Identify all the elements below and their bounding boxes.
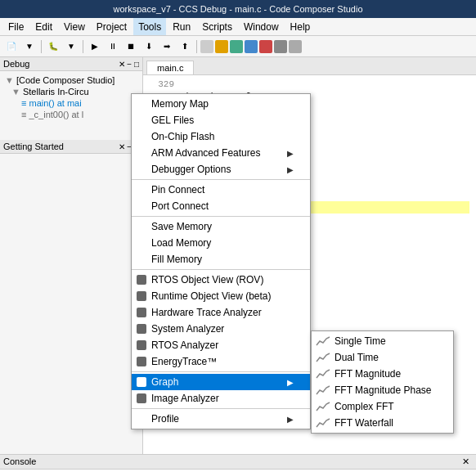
tools-menu-item-debugger-options[interactable]: Debugger Options▶ (132, 161, 310, 178)
menu-icon-image-analyzer (135, 392, 148, 405)
menu-label-system-analyzer: System Analyzer (151, 323, 224, 335)
menu-bar: File Edit View Project Tools Run Scripts… (0, 18, 476, 36)
tree-item-2[interactable]: ≡ main() at mai (2, 97, 141, 109)
toolbar-sep-3 (196, 40, 197, 53)
getting-started-title: Getting Started ✕ − □ (0, 140, 142, 154)
debug-title-icon: ✕ − □ (119, 60, 139, 69)
menu-label-profile: Profile (151, 413, 179, 425)
graph-submenu-item-single-time[interactable]: Single Time (312, 333, 453, 349)
console-title-text: Console (3, 456, 36, 466)
menu-project[interactable]: Project (92, 18, 132, 35)
tools-menu-item-memory-map[interactable]: Memory Map (132, 96, 310, 112)
graph-submenu-item-fft-magnitude-phase[interactable]: FFT Magnitude Phase (312, 382, 453, 398)
tree-item-3[interactable]: ≡ _c_int00() at l (2, 109, 141, 120)
toolbar-extra-3[interactable] (230, 40, 243, 53)
graph-submenu-item-complex-fft[interactable]: Complex FFT (312, 398, 453, 415)
tools-menu-item-save-memory[interactable]: Save Memory (132, 218, 310, 235)
tools-menu-item-fill-memory[interactable]: Fill Memory (132, 251, 310, 267)
svg-rect-3 (137, 324, 146, 334)
menu-separator-19 (132, 371, 310, 372)
menu-help[interactable]: Help (285, 18, 316, 35)
menu-window[interactable]: Window (239, 18, 284, 35)
menu-separator-22 (132, 408, 310, 409)
menu-label-image-analyzer: Image Analyzer (151, 393, 219, 404)
toolbar-extra-1[interactable] (200, 40, 213, 53)
graph-label-fft-waterfall: FFT Waterfall (335, 417, 393, 429)
svg-rect-2 (137, 308, 146, 317)
toolbar-resume[interactable]: ▶ (87, 38, 103, 55)
tools-menu-item-rtos-analyzer[interactable]: RTOS Analyzer (132, 337, 310, 353)
tools-menu-item-hardware-trace[interactable]: Hardware Trace Analyzer (132, 304, 310, 321)
toolbar-debug[interactable]: 🐛 (45, 38, 61, 55)
tools-menu-item-image-analyzer[interactable]: Image Analyzer (132, 390, 310, 407)
menu-label-port-connect: Port Connect (151, 200, 209, 212)
toolbar-new[interactable]: 📄 (3, 38, 20, 55)
tools-menu-item-on-chip-flash[interactable]: On-Chip Flash (132, 128, 310, 145)
menu-file[interactable]: File (3, 18, 29, 35)
toolbar-extra-2[interactable] (215, 40, 228, 53)
tools-menu-item-gel-files[interactable]: GEL Files (132, 112, 310, 128)
graph-icon-single-time (315, 335, 331, 347)
graph-submenu[interactable]: Single Time Dual Time FFT Magnitude FFT … (311, 330, 454, 434)
toolbar-debug-dropdown[interactable]: ▼ (63, 38, 79, 55)
menu-icon-rtos-analyzer (135, 339, 148, 352)
toolbar-step-return[interactable]: ⬆ (177, 38, 193, 55)
graph-submenu-item-fft-waterfall[interactable]: FFT Waterfall (312, 415, 453, 431)
menu-label-rtos-analyzer: RTOS Analyzer (151, 339, 218, 351)
tools-menu-item-system-analyzer[interactable]: System Analyzer (132, 321, 310, 337)
tab-main-c[interactable]: main.c (146, 61, 194, 74)
menu-run[interactable]: Run (168, 18, 195, 35)
submenu-arrow-debugger-options: ▶ (287, 165, 294, 174)
toolbar-sep-1 (41, 40, 42, 53)
menu-view[interactable]: View (59, 18, 90, 35)
toolbar-extra-6[interactable] (274, 40, 287, 53)
debug-panel: Debug ✕ − □ ▼ [Code Composer Studio] ▼ S… (0, 57, 143, 454)
toolbar-suspend[interactable]: ⏸ (105, 38, 121, 55)
graph-submenu-item-dual-time[interactable]: Dual Time (312, 349, 453, 366)
menu-tools[interactable]: Tools (133, 18, 166, 35)
submenu-arrow-graph: ▶ (287, 378, 294, 387)
menu-label-fill-memory: Fill Memory (151, 254, 202, 265)
tools-menu-item-energy-trace[interactable]: EnergyTrace™ (132, 353, 310, 370)
graph-label-complex-fft: Complex FFT (335, 401, 394, 412)
tree-item-0[interactable]: ▼ [Code Composer Studio] (2, 74, 141, 86)
toolbar-extra-5[interactable] (259, 40, 272, 53)
toolbar-terminate[interactable]: ⏹ (123, 38, 139, 55)
menu-icon-system-analyzer (135, 322, 148, 335)
tools-menu-item-rtos-object-view[interactable]: RTOS Object View (ROV) (132, 272, 310, 288)
graph-label-dual-time: Dual Time (335, 352, 379, 363)
tools-menu-item-arm-advanced[interactable]: ARM Advanced Features▶ (132, 145, 310, 161)
menu-separator-5 (132, 179, 310, 180)
menu-scripts[interactable]: Scripts (197, 18, 237, 35)
graph-label-fft-magnitude: FFT Magnitude (335, 368, 401, 380)
toolbar-open[interactable]: ▼ (21, 38, 38, 55)
menu-label-runtime-object-view: Runtime Object View (beta) (151, 290, 272, 302)
console-area: Console ✕ testsinegraph CORTEX_M4_0: GEL… (0, 454, 476, 472)
graph-icon-fft-magnitude-phase (315, 384, 331, 396)
menu-edit[interactable]: Edit (30, 18, 57, 35)
tools-menu-item-port-connect[interactable]: Port Connect (132, 198, 310, 214)
menu-label-memory-map: Memory Map (151, 98, 209, 110)
toolbar-step-over[interactable]: ➡ (159, 38, 175, 55)
svg-rect-7 (137, 393, 146, 403)
toolbar-extra-4[interactable] (245, 40, 258, 53)
toolbar-extra-7[interactable] (289, 40, 302, 53)
tools-menu-item-pin-connect[interactable]: Pin Connect (132, 182, 310, 198)
graph-submenu-item-fft-magnitude[interactable]: FFT Magnitude (312, 366, 453, 382)
svg-rect-5 (137, 357, 146, 366)
code-tab-bar: main.c (143, 57, 476, 75)
menu-separator-8 (132, 216, 310, 217)
debug-title-text: Debug (3, 59, 29, 69)
submenu-arrow-arm-advanced: ▶ (287, 149, 294, 158)
tools-menu-item-graph[interactable]: Graph▶ (132, 374, 310, 390)
tree-item-1[interactable]: ▼ Stellaris In-Circu (2, 86, 141, 97)
console-tab-x[interactable]: ✕ (462, 456, 469, 467)
tools-menu-item-load-memory[interactable]: Load Memory (132, 235, 310, 251)
toolbar-step-into[interactable]: ⬇ (141, 38, 157, 55)
tools-menu[interactable]: Memory MapGEL FilesOn-Chip FlashARM Adva… (131, 93, 311, 429)
svg-rect-1 (137, 291, 146, 301)
tools-menu-item-runtime-object-view[interactable]: Runtime Object View (beta) (132, 288, 310, 304)
line-number: 329 (150, 79, 174, 91)
tools-menu-item-profile[interactable]: Profile▶ (132, 411, 310, 427)
graph-icon-fft-waterfall (315, 417, 331, 429)
